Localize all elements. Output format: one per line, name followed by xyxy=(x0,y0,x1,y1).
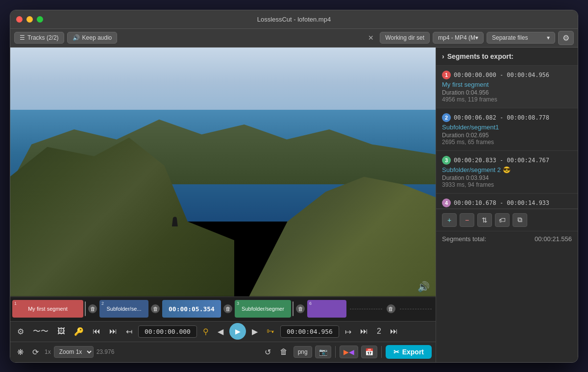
play-button[interactable]: ▶ xyxy=(229,323,246,340)
seg-number-4: 4 xyxy=(442,198,451,207)
key-icon: 🔑 xyxy=(74,327,84,336)
output-mode-button[interactable]: Separate files ▾ xyxy=(487,32,555,44)
playhead-segment[interactable]: 00:00:05.354 xyxy=(162,300,221,318)
playhead-time: 00:00:05.354 xyxy=(169,305,215,313)
ts-delete-playhead[interactable]: 🗑 xyxy=(223,304,232,313)
key-out-btn[interactable]: 🗝 xyxy=(264,325,277,338)
window-controls xyxy=(16,16,43,23)
set-end-btn[interactable]: ↦ xyxy=(342,325,354,338)
key-btn[interactable]: 🔑 xyxy=(71,325,87,338)
split-segment-btn[interactable]: ⧉ xyxy=(513,213,527,227)
toolbar: ☰ Tracks (2/2) 🔊 Keep audio ✕ Working di… xyxy=(10,29,578,48)
seg-details-3: 3933 ms, 94 frames xyxy=(442,181,572,188)
camera-btn[interactable]: 📷 xyxy=(315,346,331,358)
settings-ctrl-btn[interactable]: ⚙ xyxy=(14,325,27,338)
ts-delete-2[interactable]: 🗑 xyxy=(151,304,160,313)
trash-btn[interactable]: 🗑 xyxy=(277,346,291,358)
seg-duration-2: Duration 0:02.695 xyxy=(442,132,572,139)
audio-icon: 🔊 xyxy=(73,34,80,41)
zoom-select[interactable]: Zoom 1x xyxy=(54,346,94,358)
loop-btn[interactable]: 2 xyxy=(374,325,384,338)
ts-handle-1[interactable] xyxy=(85,301,86,316)
seg-details-1: 4956 ms, 119 frames xyxy=(442,96,572,103)
minimize-button[interactable] xyxy=(26,16,33,23)
ts-delete-6[interactable]: 🗑 xyxy=(387,304,395,313)
ts-delete-1[interactable]: 🗑 xyxy=(88,304,97,313)
fps-display: 23.976 xyxy=(97,348,115,355)
loop-number: 2 xyxy=(377,327,381,336)
end-time-display[interactable]: 00:00:04.956 xyxy=(280,325,339,338)
segment-colors-btn[interactable]: ▶ ◀ xyxy=(340,346,358,358)
prev-frame-btn[interactable]: ⏭ xyxy=(106,325,120,338)
key-out-icon: 🗝 xyxy=(267,327,274,336)
loop-restore-icon: ↺ xyxy=(265,347,271,357)
prev-btn[interactable]: ◀ xyxy=(215,325,226,338)
dash-line-end xyxy=(400,309,432,309)
timeline-segment-1[interactable]: 1 My first segment xyxy=(12,300,83,318)
prev-frame-icon: ⏭ xyxy=(109,327,117,336)
working-dir-label: Working dir set xyxy=(385,34,424,41)
next-btn[interactable]: ▶ xyxy=(249,325,261,338)
settings-button[interactable]: ⚙ xyxy=(558,31,574,45)
current-time-display[interactable]: 00:00:00.000 xyxy=(138,325,197,338)
seg-time-1: 00:00:00.000 - 00:00:04.956 xyxy=(454,72,549,78)
seg-number-1: 1 xyxy=(442,71,451,79)
dash-line xyxy=(350,309,382,309)
speed-label: 1x xyxy=(45,348,51,355)
add-segment-btn[interactable]: + xyxy=(442,213,457,227)
main-content: 🔊 1 My first segment 🗑 2 Subfolder/se...… xyxy=(10,48,578,362)
maximize-button[interactable] xyxy=(37,16,43,23)
set-in-btn[interactable]: ⚲ xyxy=(200,325,212,338)
format-label: mp4 - MP4 (M▾ xyxy=(438,34,478,41)
format-button[interactable]: mp4 - MP4 (M▾ xyxy=(433,32,484,44)
seg-row-4: 4 00:00:10.678 - 00:00:14.933 xyxy=(442,198,572,207)
skip-start-btn[interactable]: ⏮ xyxy=(90,325,103,338)
skip-end-btn[interactable]: ⏭ xyxy=(387,325,401,338)
segment-item-1[interactable]: 1 00:00:00.000 - 00:00:04.956 My first s… xyxy=(436,66,578,108)
segments-total-time: 00:00:21.556 xyxy=(535,235,572,243)
screenshot-btn[interactable]: 🖼 xyxy=(54,325,68,338)
png-button[interactable]: png xyxy=(294,346,312,358)
timeline-segment-6[interactable]: 6 xyxy=(307,300,346,318)
seg-name-3[interactable]: Subfolder/segment 2 😎 xyxy=(442,166,572,174)
scissors-icon: ✂ xyxy=(393,348,399,356)
close-button[interactable] xyxy=(16,16,23,23)
set-start-btn[interactable]: ↤ xyxy=(123,325,135,338)
ts-delete-3[interactable]: 🗑 xyxy=(296,304,305,313)
segment-item-4[interactable]: 4 00:00:10.678 - 00:00:14.933 xyxy=(436,194,578,209)
waveform-btn[interactable]: 〜〜 xyxy=(30,324,51,339)
random-btn[interactable]: ❋ xyxy=(14,346,26,359)
segment-item-3[interactable]: 3 00:00:20.833 - 00:00:24.767 Subfolder/… xyxy=(436,151,578,194)
tag-icon: 🏷 xyxy=(499,216,506,224)
segments-total-label: Segments total: xyxy=(442,235,486,243)
seg-number-3: 3 xyxy=(442,156,451,165)
tag-segment-btn[interactable]: 🏷 xyxy=(495,213,510,227)
remove-segment-btn[interactable]: − xyxy=(460,213,474,227)
segment-item-2[interactable]: 2 00:00:06.082 - 00:00:08.778 Subfolder/… xyxy=(436,108,578,151)
keep-audio-label: Keep audio xyxy=(82,34,112,41)
bb-divider-2 xyxy=(381,346,382,358)
timeline-segment-2[interactable]: 2 Subfolder/se... xyxy=(99,300,148,318)
tracks-button[interactable]: ☰ Tracks (2/2) xyxy=(14,32,64,44)
loop-toggle-btn[interactable]: ⟳ xyxy=(29,346,42,359)
ts-handle-3[interactable] xyxy=(293,301,294,316)
gear-icon: ⚙ xyxy=(563,34,569,42)
working-dir-button[interactable]: Working dir set xyxy=(380,32,430,44)
controls-area: ⚙ 〜〜 🖼 🔑 ⏮ ⏭ ↤ xyxy=(10,321,436,342)
seg-row-3: 3 00:00:20.833 - 00:00:24.767 xyxy=(442,156,572,165)
loop-restore-btn[interactable]: ↺ xyxy=(262,346,274,359)
seg-name-2[interactable]: Subfolder/segment1 xyxy=(442,124,572,131)
video-frame[interactable]: 🔊 xyxy=(10,48,436,297)
settings-ctrl-icon: ⚙ xyxy=(17,327,24,336)
clear-working-dir-button[interactable]: ✕ xyxy=(365,33,377,43)
loop-icon: ⟳ xyxy=(32,347,39,357)
next-frame-btn[interactable]: ⏭ xyxy=(357,325,371,338)
calendar-icon: 📅 xyxy=(365,348,373,356)
timeline-segment-3[interactable]: 3 Subfolder/segmer xyxy=(235,300,291,318)
keep-audio-button[interactable]: 🔊 Keep audio xyxy=(67,32,118,44)
play-icon: ▶ xyxy=(235,327,241,335)
calendar-btn[interactable]: 📅 xyxy=(361,346,377,358)
export-button[interactable]: ✂ Export xyxy=(386,345,432,359)
adjust-segment-btn[interactable]: ⇅ xyxy=(477,213,492,227)
seg-name-1[interactable]: My first segment xyxy=(442,81,572,88)
